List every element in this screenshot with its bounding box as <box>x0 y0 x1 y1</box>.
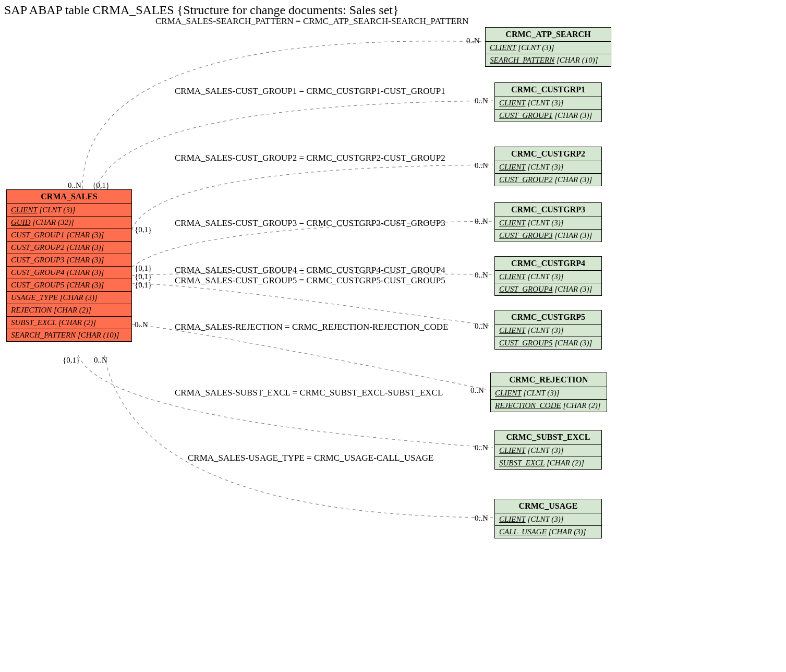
cardinality-label: 0..N <box>94 356 107 365</box>
field-row: CLIENT [CLNT (3)] <box>495 513 601 526</box>
field-row: CLIENT [CLNT (3)] <box>495 97 601 110</box>
field-row: CUST_GROUP1 [CHAR (3)] <box>495 110 601 122</box>
entity-header: CRMC_CUSTGRP2 <box>495 147 601 161</box>
cardinality-label: 0..N <box>475 217 488 226</box>
entity-crma-sales: CRMA_SALES CLIENT [CLNT (3)] GUID [CHAR … <box>6 189 132 342</box>
entity-crmc-atp-search: CRMC_ATP_SEARCH CLIENT [CLNT (3)] SEARCH… <box>485 27 611 67</box>
relation-label: CRMA_SALES-REJECTION = CRMC_REJECTION-RE… <box>175 322 448 332</box>
entity-crmc-custgrp4: CRMC_CUSTGRP4 CLIENT [CLNT (3)] CUST_GRO… <box>494 256 602 296</box>
entity-crmc-custgrp5: CRMC_CUSTGRP5 CLIENT [CLNT (3)] CUST_GRO… <box>494 310 602 350</box>
field-row: CUST_GROUP2 [CHAR (3)] <box>495 174 601 186</box>
field-row: CLIENT [CLNT (3)] <box>495 445 601 457</box>
entity-crmc-rejection: CRMC_REJECTION CLIENT [CLNT (3)] REJECTI… <box>490 373 607 412</box>
field-row: GUID [CHAR (32)] <box>7 217 131 229</box>
cardinality-label: 0..N <box>475 443 488 452</box>
relation-label: CRMA_SALES-CUST_GROUP2 = CRMC_CUSTGRP2-C… <box>175 153 445 163</box>
field-row: CALL_USAGE [CHAR (3)] <box>495 526 601 538</box>
entity-header: CRMC_CUSTGRP1 <box>495 83 601 97</box>
relation-label: CRMA_SALES-CUST_GROUP4 = CRMC_CUSTGRP4-C… <box>175 265 445 275</box>
entity-header: CRMC_SUBST_EXCL <box>495 430 601 445</box>
field-row: CUST_GROUP5 [CHAR (3)] <box>7 279 131 292</box>
cardinality-label: 0..N <box>475 514 488 523</box>
relation-label: CRMA_SALES-SUBST_EXCL = CRMC_SUBST_EXCL-… <box>175 388 443 398</box>
cardinality-label: 0..N <box>475 322 488 331</box>
cardinality-label: {0,1} <box>135 225 152 234</box>
cardinality-label: 0..N <box>475 161 488 170</box>
field-row: CUST_GROUP4 [CHAR (3)] <box>495 283 601 295</box>
relation-label: CRMA_SALES-CUST_GROUP5 = CRMC_CUSTGRP5-C… <box>175 275 445 286</box>
entity-crmc-usage: CRMC_USAGE CLIENT [CLNT (3)] CALL_USAGE … <box>494 499 602 538</box>
entity-header: CRMC_USAGE <box>495 499 601 513</box>
cardinality-label: 0..N <box>135 320 148 329</box>
entity-header: CRMC_CUSTGRP3 <box>495 203 601 217</box>
field-row: REJECTION [CHAR (2)] <box>7 304 131 317</box>
field-row: SUBST_EXCL [CHAR (2)] <box>7 317 131 329</box>
field-row: CLIENT [CLNT (3)] <box>486 42 611 54</box>
entity-header: CRMC_CUSTGRP4 <box>495 257 601 271</box>
cardinality-label: {0,1} <box>135 264 152 273</box>
field-row: CUST_GROUP2 [CHAR (3)] <box>7 242 131 254</box>
relation-label: CRMA_SALES-SEARCH_PATTERN = CRMC_ATP_SEA… <box>155 16 469 27</box>
relation-label: CRMA_SALES-CUST_GROUP1 = CRMC_CUSTGRP1-C… <box>175 86 445 97</box>
field-row: USAGE_TYPE [CHAR (3)] <box>7 292 131 304</box>
entity-crmc-custgrp2: CRMC_CUSTGRP2 CLIENT [CLNT (3)] CUST_GRO… <box>494 147 602 186</box>
entity-header: CRMA_SALES <box>7 190 131 204</box>
cardinality-label: 0..N <box>466 37 480 45</box>
field-row: CUST_GROUP3 [CHAR (3)] <box>7 254 131 267</box>
field-row: CLIENT [CLNT (3)] <box>491 387 607 400</box>
relation-label: CRMA_SALES-USAGE_TYPE = CRMC_USAGE-CALL_… <box>188 453 433 463</box>
field-row: REJECTION_CODE [CHAR (2)] <box>491 400 607 412</box>
cardinality-label: {0,1} <box>135 281 152 290</box>
cardinality-label: 0..N <box>475 97 488 105</box>
field-row: CUST_GROUP5 [CHAR (3)] <box>495 337 601 349</box>
field-row: CUST_GROUP1 [CHAR (3)] <box>7 229 131 242</box>
field-row: SEARCH_PATTERN [CHAR (10)] <box>7 329 131 341</box>
entity-crmc-custgrp1: CRMC_CUSTGRP1 CLIENT [CLNT (3)] CUST_GRO… <box>494 82 602 122</box>
entity-header: CRMC_CUSTGRP5 <box>495 310 601 325</box>
cardinality-label: 0..N <box>475 271 488 280</box>
field-row: CLIENT [CLNT (3)] <box>495 271 601 283</box>
entity-header: CRMC_REJECTION <box>491 373 607 387</box>
entity-header: CRMC_ATP_SEARCH <box>486 28 611 42</box>
cardinality-label: {0,1} <box>92 181 110 190</box>
relation-label: CRMA_SALES-CUST_GROUP3 = CRMC_CUSTGRP3-C… <box>175 218 445 229</box>
field-row: CLIENT [CLNT (3)] <box>7 204 131 217</box>
field-row: SUBST_EXCL [CHAR (2)] <box>495 457 601 469</box>
entity-crmc-custgrp3: CRMC_CUSTGRP3 CLIENT [CLNT (3)] CUST_GRO… <box>494 202 602 242</box>
entity-crmc-subst-excl: CRMC_SUBST_EXCL CLIENT [CLNT (3)] SUBST_… <box>494 430 602 470</box>
cardinality-label: 0..N <box>470 386 484 395</box>
field-row: SEARCH_PATTERN [CHAR (10)] <box>486 54 611 66</box>
field-row: CLIENT [CLNT (3)] <box>495 217 601 230</box>
field-row: CLIENT [CLNT (3)] <box>495 161 601 174</box>
field-row: CUST_GROUP4 [CHAR (3)] <box>7 267 131 279</box>
cardinality-label: {0,1} <box>135 272 152 281</box>
cardinality-label: 0..N <box>68 181 81 190</box>
field-row: CUST_GROUP3 [CHAR (3)] <box>495 230 601 242</box>
field-row: CLIENT [CLNT (3)] <box>495 325 601 337</box>
cardinality-label: {0,1} <box>63 356 80 365</box>
page-title: SAP ABAP table CRMA_SALES {Structure for… <box>4 3 399 17</box>
